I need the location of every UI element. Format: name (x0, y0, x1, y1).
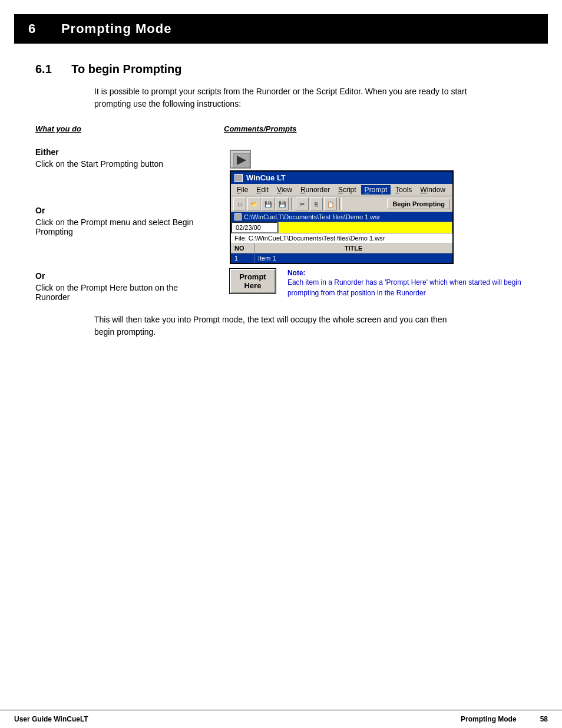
menu-edit[interactable]: Edit (253, 185, 272, 195)
wincuelt-titlebar: WinCue LT (231, 172, 452, 184)
table-header-row: What you do Comments/Prompts (35, 124, 527, 138)
row-label-or1: Or (35, 199, 212, 218)
start-prompt-icon-container (230, 150, 527, 170)
file-path: C:\WinCueLT\Documents\Test files\Demo 1.… (249, 235, 385, 242)
menu-window[interactable]: Window (416, 185, 449, 195)
begin-prompting-button[interactable]: Begin Prompting (387, 199, 450, 209)
wincuelt-table-row: 1 Item 1 (231, 253, 452, 263)
menu-runorder[interactable]: Runorder (297, 185, 333, 195)
note-container: Note: Each item in a Runorder has a 'Pro… (287, 269, 527, 298)
tb-cut[interactable]: ✂ (296, 197, 309, 210)
note-label: Note: (287, 269, 527, 277)
tb-new[interactable]: □ (233, 197, 246, 210)
page-content: 6.1 To begin Prompting It is possible to… (0, 62, 562, 338)
table-row: Either Click on the Start Prompting butt… (35, 138, 527, 170)
yellow-bar (278, 222, 452, 233)
summary-text: This will then take you into Prompt mode… (94, 314, 468, 338)
menu-view[interactable]: View (273, 185, 296, 195)
section-title: 6.1 To begin Prompting (35, 62, 527, 76)
tb-open[interactable]: 📂 (247, 197, 260, 210)
or2-description: Click on the Prompt Here button on the R… (35, 283, 212, 302)
col1-header: What you do (35, 124, 224, 138)
row-label-either: Either (35, 140, 212, 159)
toolbar-separator2 (339, 198, 342, 210)
wincuelt-table-header: NO TITLE (231, 243, 452, 253)
date-field[interactable]: 02/23/00 (231, 222, 278, 233)
chapter-number: 6 (28, 21, 36, 36)
footer-center: Prompting Mode (461, 715, 517, 723)
start-prompting-icon (230, 150, 251, 169)
chapter-header: 6 Prompting Mode (14, 14, 548, 44)
table-row: Or Click on the Prompt Here button on th… (35, 264, 527, 302)
path-icon (234, 213, 242, 220)
col-title-header: TITLE (254, 243, 452, 253)
footer-page: 58 (540, 715, 548, 723)
footer-left: User Guide WinCueLT (14, 715, 88, 723)
intro-text: It is possible to prompt your scripts fr… (94, 85, 468, 110)
wincuelt-date-row: 02/23/00 (231, 222, 452, 233)
toolbar-separator (291, 198, 293, 210)
instruction-table: What you do Comments/Prompts Either Clic… (35, 124, 527, 302)
row-number: 1 (231, 253, 254, 263)
table-row: Or Click on the Prompt menu and select B… (35, 170, 527, 264)
footer-right: Prompting Mode 58 (461, 715, 548, 723)
wincuelt-file-row: File: C:\WinCueLT\Documents\Test files\D… (231, 233, 452, 243)
menu-script[interactable]: Script (335, 185, 360, 195)
wincuelt-menubar: File Edit View Runorder Script Prompt To… (231, 184, 452, 196)
wincuelt-toolbar: □ 📂 💾 💾 ✂ ⎘ 📋 Begin Prompting (231, 196, 452, 212)
menu-tools[interactable]: Tools (392, 185, 415, 195)
file-label: File: (234, 235, 247, 242)
row-item: Item 1 (254, 253, 452, 263)
wincuelt-path-bar: C:\WinCueLT\Documents\Test files\Demo 1.… (231, 212, 452, 222)
either-description: Click on the Start Prompting button (35, 159, 212, 169)
wincuelt-window: WinCue LT File Edit View Runorder Script… (230, 170, 454, 264)
row-label-or2: Or (35, 264, 212, 283)
prompt-here-button[interactable]: Prompt Here (230, 269, 276, 294)
tb-save2[interactable]: 💾 (276, 197, 289, 210)
chapter-title: Prompting Mode (61, 21, 172, 36)
tb-paste[interactable]: 📋 (324, 197, 337, 210)
window-icon (234, 174, 243, 182)
col-no-header: NO (231, 243, 254, 253)
window-title: WinCue LT (246, 173, 286, 182)
menu-file[interactable]: File (233, 185, 252, 195)
window-path: C:\WinCueLT\Documents\Test files\Demo 1.… (244, 213, 380, 220)
menu-prompt[interactable]: Prompt (361, 185, 391, 195)
note-text: Each item in a Runorder has a 'Prompt He… (287, 277, 527, 298)
tb-copy[interactable]: ⎘ (310, 197, 323, 210)
prompt-here-row: Prompt Here Note: Each item in a Runorde… (230, 269, 527, 298)
tb-save[interactable]: 💾 (262, 197, 275, 210)
page-footer: User Guide WinCueLT Prompting Mode 58 (0, 710, 562, 728)
or1-description: Click on the Prompt menu and select Begi… (35, 218, 212, 236)
col2-header: Comments/Prompts (224, 124, 527, 138)
